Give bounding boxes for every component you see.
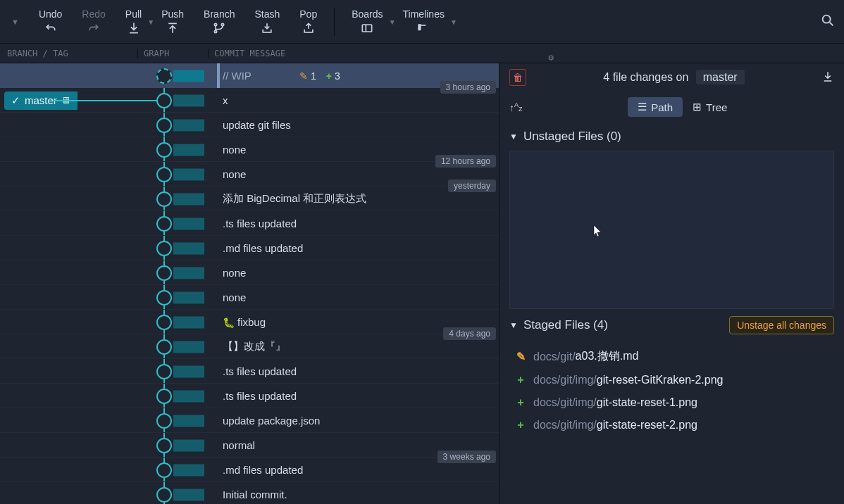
commit-bar	[173, 390, 204, 402]
modified-icon: ✎	[514, 350, 528, 363]
commit-bar	[173, 193, 204, 205]
commit-bar	[173, 464, 204, 476]
commit-row[interactable]: .ts files updated	[0, 384, 499, 408]
commit-node[interactable]	[156, 216, 172, 232]
changes-summary: 4 file changes on master	[526, 71, 821, 84]
branch-icon	[212, 21, 226, 35]
push-icon	[166, 21, 180, 35]
commit-row[interactable]: none	[0, 260, 499, 285]
pop-button[interactable]: Pop	[290, 6, 327, 38]
file-row[interactable]: ✎ docs/git/a03.撤销.md	[509, 344, 834, 369]
stash-icon	[260, 21, 274, 35]
branch-button[interactable]: Branch	[194, 6, 244, 38]
redo-label: Redo	[82, 8, 105, 20]
commit-node[interactable]	[156, 241, 172, 256]
commit-node[interactable]	[156, 462, 172, 478]
commit-node[interactable]	[156, 118, 172, 133]
push-button[interactable]: Push	[151, 6, 194, 38]
commit-row[interactable]: 🐛fixbug	[0, 310, 499, 334]
unstaged-caret-icon[interactable]: ▼	[509, 132, 518, 141]
commit-message: .ts files updated	[217, 218, 499, 229]
commit-bar	[173, 341, 204, 353]
commit-message: none12 hours ago	[217, 168, 499, 180]
commit-row[interactable]: none	[0, 285, 499, 310]
unstage-all-button[interactable]: Unstage all changes	[729, 316, 834, 334]
commit-row[interactable]: .ts files updated	[0, 359, 499, 384]
redo-button[interactable]: Redo	[72, 6, 115, 38]
stash-button[interactable]: Stash	[244, 6, 290, 38]
stash-label: Stash	[254, 8, 280, 20]
commit-node[interactable]	[156, 290, 172, 305]
sort-icon[interactable]: ↑AZ	[509, 101, 523, 113]
added-icon: +	[514, 374, 528, 386]
commit-node[interactable]	[156, 265, 172, 281]
gear-icon[interactable]: ⚙	[548, 52, 554, 63]
toolbar-divider	[334, 8, 335, 36]
cursor-icon	[593, 225, 603, 240]
path-tab[interactable]: ☰ Path	[628, 97, 683, 117]
timelines-button[interactable]: Timelines ▼	[393, 6, 454, 38]
commit-node[interactable]	[156, 68, 172, 84]
timelines-caret-icon[interactable]: ▼	[450, 18, 457, 26]
commit-node[interactable]	[156, 191, 172, 207]
commit-row[interactable]: ✓ master 🖥 x3 hours ago	[0, 88, 499, 113]
pencil-icon: ✎	[299, 70, 308, 82]
branch-badge: master	[696, 70, 745, 84]
commit-row[interactable]: none	[0, 137, 499, 162]
added-icon: +	[514, 396, 528, 409]
list-icon: ☰	[638, 101, 647, 113]
branch-name: master	[25, 94, 57, 106]
commit-row[interactable]: .md files updated3 weeks ago	[0, 458, 499, 482]
commit-node[interactable]	[156, 167, 172, 182]
commit-bar	[173, 489, 204, 500]
tree-tab[interactable]: ⊞ Tree	[683, 97, 737, 117]
commit-row[interactable]: none12 hours ago	[0, 162, 499, 187]
undo-label: Undo	[39, 8, 62, 20]
col-branch-header: BRANCH / TAG	[0, 49, 138, 58]
commit-row[interactable]: 添加 BigDecimal 和正则表达式yesterday	[0, 187, 499, 211]
staged-caret-icon[interactable]: ▼	[509, 320, 518, 330]
commit-node[interactable]	[156, 438, 172, 453]
commit-row[interactable]: .ts files updated	[0, 211, 499, 236]
commit-node[interactable]	[156, 413, 172, 429]
svg-rect-4	[419, 25, 421, 30]
commit-message: x3 hours ago	[217, 94, 499, 106]
commit-node[interactable]	[156, 93, 172, 108]
commit-node[interactable]	[156, 339, 172, 355]
commit-bar	[173, 144, 204, 156]
boards-button[interactable]: Boards ▼	[342, 6, 392, 38]
added-icon: +	[514, 419, 528, 431]
file-row[interactable]: + docs/git/img/git-reset-GitKraken-2.png	[509, 369, 834, 391]
commit-row[interactable]: Initial commit.	[0, 482, 499, 504]
commit-node[interactable]	[156, 364, 172, 379]
commit-row[interactable]: 【】改成『』4 days ago	[0, 334, 499, 359]
commit-message: none	[217, 267, 499, 279]
stage-all-icon[interactable]	[821, 70, 834, 85]
file-path-dim: docs/git/img/	[533, 374, 597, 386]
commit-message: 🐛fixbug	[217, 316, 499, 328]
pull-button[interactable]: Pull ▼	[116, 6, 151, 38]
commit-node[interactable]	[156, 315, 172, 330]
commit-row[interactable]: update package.json	[0, 408, 499, 433]
file-path-dim: docs/git/img/	[533, 419, 597, 431]
trash-icon[interactable]: 🗑	[509, 69, 526, 86]
staged-title: Staged Files (4)	[523, 318, 608, 332]
search-icon[interactable]	[820, 13, 836, 30]
commit-message: .ts files updated	[217, 365, 499, 377]
commit-row[interactable]: normal	[0, 433, 499, 458]
undo-button[interactable]: Undo	[29, 6, 72, 38]
unstaged-empty-area[interactable]	[509, 151, 834, 309]
commit-message: Initial commit.	[217, 489, 499, 500]
tree-icon: ⊞	[693, 101, 702, 113]
commit-message: .md files updated	[217, 242, 499, 254]
commit-node[interactable]	[156, 389, 172, 404]
file-row[interactable]: + docs/git/img/git-state-reset-2.png	[509, 414, 834, 436]
file-row[interactable]: + docs/git/img/git-state-reset-1.png	[509, 391, 834, 414]
commit-row[interactable]: update git files	[0, 113, 499, 137]
commit-node[interactable]	[156, 487, 172, 503]
pull-label: Pull	[125, 8, 142, 20]
commit-node[interactable]	[156, 142, 172, 158]
time-chip: 3 weeks ago	[437, 451, 496, 463]
app-menu-caret[interactable]: ▼	[8, 15, 22, 29]
commit-row[interactable]: .md files updated	[0, 236, 499, 260]
